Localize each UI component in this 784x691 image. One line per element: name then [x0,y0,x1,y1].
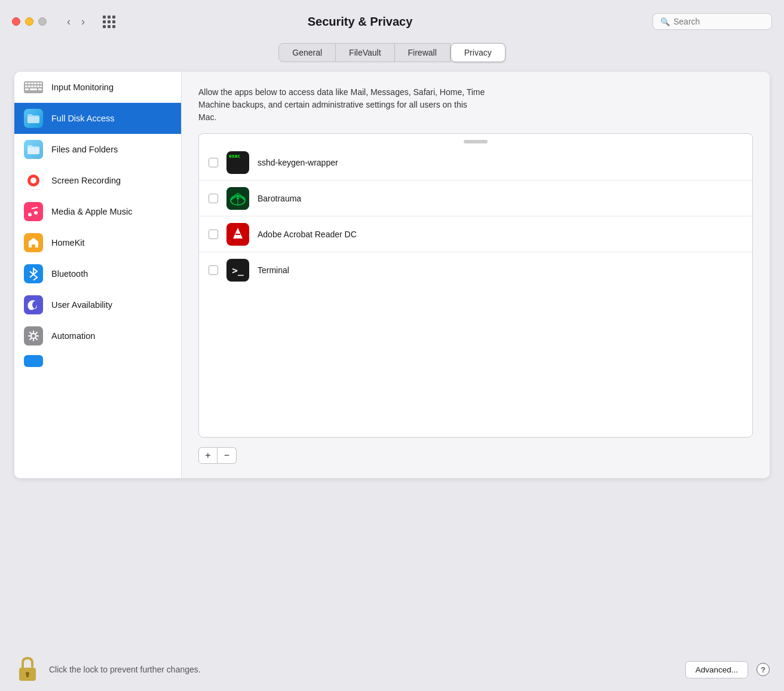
terminal-app-name: Terminal [258,265,289,275]
sidebar-item-more[interactable] [14,351,181,371]
svg-point-24 [237,197,239,199]
app-list-item: exec sshd-keygen-wrapper [199,145,752,181]
tab-privacy[interactable]: Privacy [451,43,506,62]
search-input[interactable] [673,17,763,26]
sidebar-label-automation: Automation [51,331,95,341]
main-panel: Input Monitoring Full Disk Access [14,72,770,478]
barotrauma-checkbox[interactable] [209,194,218,203]
sidebar-label-homekit: HomeKit [51,238,85,247]
folder-blue-icon [24,109,43,128]
sidebar: Input Monitoring Full Disk Access [14,72,182,478]
adobe-checkbox[interactable] [209,230,218,239]
music-icon-svg [27,205,39,218]
sidebar-label-media-apple-music: Media & Apple Music [51,207,132,216]
sidebar-item-bluetooth[interactable]: Bluetooth [14,258,181,289]
sidebar-item-homekit[interactable]: HomeKit [14,227,181,258]
tab-filevault[interactable]: FileVault [336,43,394,62]
svg-rect-6 [40,82,42,84]
tab-firewall[interactable]: Firewall [395,43,451,62]
moon-icon-svg [27,299,39,311]
bluetooth-icon [24,264,43,283]
minimize-button[interactable] [25,17,33,26]
adobe-acrobat-icon [226,223,249,246]
svg-rect-9 [31,85,33,87]
music-icon [24,202,43,221]
sidebar-label-full-disk-access: Full Disk Access [51,114,115,123]
sshd-checkbox[interactable] [209,158,218,167]
adobe-app-name: Adobe Acrobat Reader DC [258,230,357,239]
lock-icon-area[interactable] [14,655,41,684]
tab-general[interactable]: General [278,43,336,62]
screen-rec-svg [26,173,41,188]
search-icon: 🔍 [660,17,670,26]
svg-rect-15 [38,88,42,90]
sidebar-item-files-and-folders[interactable]: Files and Folders [14,134,181,165]
sshd-app-name: sshd-keygen-wrapper [258,158,338,167]
sidebar-item-input-monitoring[interactable]: Input Monitoring [14,72,181,103]
close-button[interactable] [12,17,20,26]
more-icon [24,355,43,367]
sidebar-item-user-availability[interactable]: User Availability [14,289,181,320]
svg-rect-4 [34,82,36,84]
svg-rect-13 [25,88,29,90]
barotrauma-app-name: Barotrauma [258,194,301,203]
folder-light-icon [24,140,43,159]
sidebar-label-user-availability: User Availability [51,300,112,310]
terminal-checkbox[interactable] [209,265,218,275]
svg-line-19 [30,274,33,277]
svg-rect-5 [37,82,39,84]
sidebar-label-bluetooth: Bluetooth [51,269,88,279]
automation-icon-svg [27,330,39,342]
app-list: exec sshd-keygen-wrapper [198,133,753,438]
advanced-button[interactable]: Advanced... [685,661,748,678]
add-app-button[interactable]: + [198,447,218,464]
list-controls: + − [198,447,753,464]
scroll-indicator [464,140,488,143]
svg-rect-8 [28,85,30,87]
traffic-lights [12,17,47,26]
keyboard-svg [24,81,43,93]
description-text: Allow the apps below to access data like… [198,86,485,124]
maximize-button[interactable] [38,17,47,26]
svg-rect-7 [25,85,27,87]
homekit-icon-svg [27,237,39,249]
lock-icon [17,656,38,683]
terminal-prompt: >_ [232,265,243,276]
terminal-icon: >_ [226,259,249,282]
barotrauma-icon [226,187,249,210]
app-list-item: >_ Terminal [199,252,752,288]
moon-icon [24,295,43,314]
keyboard-icon [24,78,43,97]
exec-label: exec [229,154,240,159]
homekit-icon [24,233,43,252]
folder-icon-svg [27,113,40,124]
svg-point-17 [30,178,36,184]
search-box[interactable]: 🔍 [653,13,772,30]
svg-rect-14 [30,88,37,90]
adobe-svg [229,227,246,242]
svg-rect-3 [31,82,33,84]
tabs-bar: General FileVault Firewall Privacy [14,43,770,62]
barotrauma-svg [226,187,249,210]
sidebar-item-media-apple-music[interactable]: Media & Apple Music [14,196,181,227]
svg-rect-1 [25,82,27,84]
bluetooth-icon-svg [29,267,38,280]
folder-light-icon-svg [27,144,40,155]
back-button[interactable]: ‹ [63,14,74,29]
sidebar-item-automation[interactable]: Automation [14,320,181,351]
svg-rect-27 [26,674,29,677]
lock-text: Click the lock to prevent further change… [49,665,677,674]
svg-rect-12 [40,85,42,87]
help-button[interactable]: ? [757,663,770,676]
app-list-item: Adobe Acrobat Reader DC [199,216,752,252]
svg-rect-10 [34,85,36,87]
svg-rect-2 [28,82,30,84]
screen-rec-icon [24,171,43,190]
remove-app-button[interactable]: − [218,447,237,464]
sidebar-item-screen-recording[interactable]: Screen Recording [14,165,181,196]
automation-icon [24,326,43,346]
svg-rect-11 [37,85,39,87]
titlebar: ‹ › Security & Privacy 🔍 [0,0,784,43]
app-list-item: Barotrauma [199,181,752,216]
sidebar-item-full-disk-access[interactable]: Full Disk Access [14,103,181,134]
